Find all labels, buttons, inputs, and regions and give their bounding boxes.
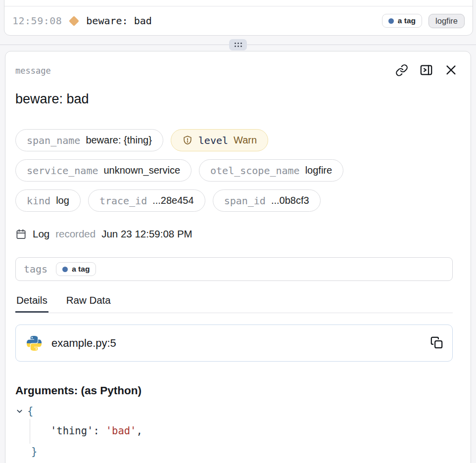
calendar-icon [15, 229, 27, 240]
tag-badge[interactable]: a tag [56, 262, 96, 276]
attr-pill-span-id[interactable]: span_id ...0b8cf3 [213, 189, 321, 212]
attr-label: span_name [27, 135, 80, 146]
attr-value: unknown_service [104, 165, 181, 176]
code-key: 'thing' [50, 425, 93, 437]
tags-label: tags [24, 263, 48, 275]
code-string-value: 'bad' [106, 425, 137, 437]
source-file: example.py:5 [51, 337, 116, 350]
attr-value: beware: {thing} [86, 135, 151, 146]
panel-right-icon [420, 63, 433, 78]
code-close-brace: } [31, 446, 37, 458]
record-kind-label: message [15, 66, 51, 76]
record-verb: recorded [55, 228, 95, 240]
attr-pill-kind[interactable]: kind log [15, 189, 81, 212]
arguments-code-block: { 'thing':'bad', } [15, 403, 461, 460]
drag-dots-icon [235, 43, 242, 47]
log-tag-badge[interactable]: a tag [382, 14, 422, 28]
copy-link-button[interactable] [395, 64, 408, 78]
attr-pill-otel-scope-name[interactable]: otel_scope_name logfire [199, 159, 343, 182]
attr-label: kind [27, 195, 50, 207]
copy-source-button[interactable] [430, 336, 443, 351]
code-comma: , [136, 425, 142, 437]
code-open-brace: { [27, 405, 33, 417]
attr-pill-service-name[interactable]: service_name unknown_service [15, 159, 191, 182]
attr-label: trace_id [99, 195, 147, 207]
panel-header: message [15, 63, 461, 78]
span-detail-panel: message beware: bad span_name [5, 51, 471, 463]
log-message: beware: bad [86, 15, 151, 27]
detail-tabs: Details Raw Data [15, 294, 453, 313]
attr-label: span_id [224, 195, 266, 207]
record-type: Log [33, 228, 49, 240]
source-location-box: example.py:5 [15, 324, 453, 362]
attr-value: ...28e454 [152, 195, 193, 206]
resize-drag-handle[interactable] [229, 39, 247, 50]
attr-label: otel_scope_name [210, 165, 300, 177]
warn-level-diamond-icon [69, 15, 79, 26]
log-row[interactable]: 12:59:08 beware: bad a tag logfire [4, 6, 473, 35]
attr-label: level [198, 135, 228, 146]
attr-pill-trace-id[interactable]: trace_id ...28e454 [88, 189, 205, 212]
code-body: 'thing':'bad', [30, 419, 461, 444]
attr-pill-span-name[interactable]: span_name beware: {thing} [15, 129, 163, 151]
span-title: beware: bad [15, 92, 461, 107]
log-list-card: 12:59:08 beware: bad a tag logfire [4, 0, 473, 36]
shield-warning-icon [182, 135, 193, 146]
attr-value: Warn [234, 135, 257, 146]
attribute-pills: span_name beware: {thing} level Warn ser… [15, 129, 461, 212]
close-icon [444, 63, 458, 78]
record-datetime: Jun 23 12:59:08 PM [101, 228, 192, 240]
link-icon [395, 64, 408, 78]
recorded-timestamp-row: Log recorded Jun 23 12:59:08 PM [15, 228, 461, 240]
tab-raw-data[interactable]: Raw Data [65, 294, 112, 313]
attr-value: log [56, 195, 69, 206]
log-tag-label: a tag [398, 16, 416, 25]
open-side-panel-button[interactable] [420, 63, 433, 78]
tab-details[interactable]: Details [15, 294, 48, 313]
python-icon [27, 336, 42, 351]
tag-dot-icon [388, 18, 394, 24]
tag-label: a tag [72, 265, 90, 274]
arguments-heading: Arguments: (as Python) [15, 384, 461, 397]
tags-box: tags a tag [15, 257, 453, 281]
scope-badge[interactable]: logfire [428, 14, 465, 28]
attr-value: ...0b8cf3 [271, 195, 309, 206]
attr-pill-level-warn[interactable]: level Warn [171, 129, 268, 151]
tag-dot-icon [62, 267, 68, 272]
log-timestamp: 12:59:08 [12, 15, 62, 27]
attr-value: logfire [305, 165, 332, 176]
code-colon: : [93, 425, 99, 437]
close-panel-button[interactable] [444, 63, 458, 78]
attr-label: service_name [27, 165, 98, 177]
collapse-chevron-icon[interactable] [15, 407, 24, 416]
copy-icon [430, 336, 443, 351]
